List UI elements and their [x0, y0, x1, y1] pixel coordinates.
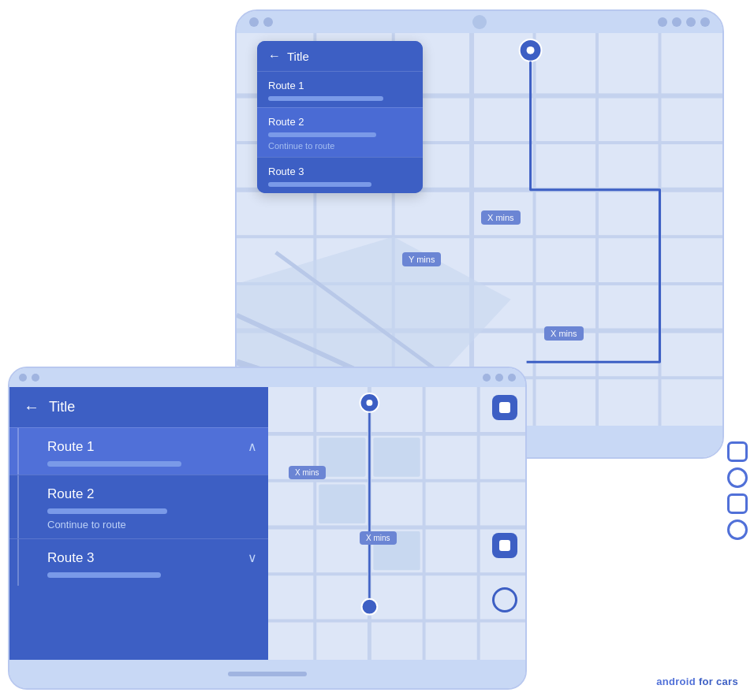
vertical-divider3 [17, 539, 19, 586]
status-dot-sm [32, 374, 39, 382]
vertical-divider [17, 428, 19, 475]
status-dot-sm [19, 374, 27, 382]
status-dot [658, 17, 667, 27]
stop-button-top[interactable] [492, 395, 517, 420]
watermark-prefix: android [656, 676, 699, 687]
camera-dot [472, 15, 487, 29]
route-3-title-small: Route 3 [47, 550, 254, 566]
stop-icon [499, 402, 510, 413]
route-2-bar-large [268, 132, 376, 137]
side-controls-right [727, 441, 748, 540]
svg-rect-21 [268, 387, 525, 660]
map-svg-small [268, 387, 525, 660]
stop-icon-mid [499, 540, 510, 551]
route-item-2-small[interactable]: Route 2 Continue to route [9, 475, 268, 538]
route-1-title-small: Route 1 [47, 439, 254, 455]
nav-bar-small [9, 660, 525, 688]
status-dot [700, 17, 710, 27]
chevron-up-icon[interactable]: ∧ [248, 439, 257, 454]
svg-point-36 [366, 400, 372, 406]
phone-small: ← Title ∧ Route 1 Route 2 Continue to ro… [8, 367, 527, 690]
side-ctrl-circle2[interactable] [727, 519, 748, 540]
status-dots-right [598, 17, 710, 27]
status-bar-large [237, 11, 722, 33]
route-item-1-small[interactable]: ∧ Route 1 [9, 427, 268, 475]
map-label-small-2: X mins [360, 531, 397, 545]
route-1-bar-small [47, 461, 181, 467]
status-dots-left-small [19, 374, 265, 382]
map-label-x1: X mins [481, 210, 521, 225]
continue-text-small: Continue to route [47, 519, 254, 531]
circle-button-bottom[interactable] [492, 587, 517, 612]
status-dot-sm [495, 374, 503, 382]
route-item-1-large[interactable]: Route 1 [257, 71, 423, 107]
left-panel-header: ← Title [9, 387, 268, 427]
svg-point-19 [527, 47, 535, 54]
chevron-down-icon[interactable]: ∨ [248, 550, 257, 565]
route-item-3-small[interactable]: ∨ Route 3 [9, 538, 268, 586]
right-map-small: X mins X mins [268, 387, 525, 660]
route-3-label-large: Route 3 [268, 166, 412, 177]
status-dots-right-small [270, 374, 516, 382]
route-2-title-small: Route 2 [47, 486, 254, 502]
route-item-2-large[interactable]: Route 2 Continue to route [257, 107, 423, 157]
status-bar-small [9, 368, 525, 387]
svg-point-37 [362, 599, 378, 615]
watermark-bold: for cars [699, 676, 738, 687]
route-2-bar-small [47, 508, 167, 514]
panel-title-large: Title [287, 50, 309, 63]
watermark: android for cars [656, 676, 738, 687]
route-1-label-large: Route 1 [268, 80, 412, 91]
side-ctrl-square1[interactable] [727, 441, 748, 462]
route-item-3-large[interactable]: Route 3 [257, 157, 423, 193]
vertical-divider2 [17, 475, 19, 538]
panel-title-small: Title [49, 399, 75, 415]
status-dots-left [249, 17, 361, 27]
left-panel-small: ← Title ∧ Route 1 Route 2 Continue to ro… [9, 387, 268, 660]
map-label-small-1: X mins [289, 466, 326, 479]
route-2-label-large: Route 2 [268, 116, 412, 128]
status-dot-sm [508, 374, 516, 382]
route-3-bar-large [268, 182, 371, 187]
stop-button-mid[interactable] [492, 533, 517, 558]
back-arrow-icon-small[interactable]: ← [24, 398, 39, 416]
route-panel-large: ← Title Route 1 Route 2 Continue to rout… [257, 41, 423, 193]
side-ctrl-square2[interactable] [727, 493, 748, 514]
status-dot [672, 17, 681, 27]
map-label-y: Y mins [402, 252, 441, 266]
side-ctrl-circle1[interactable] [727, 467, 748, 488]
status-dot [249, 17, 259, 27]
status-dot [263, 17, 273, 27]
nav-pill-small [228, 672, 307, 676]
status-dot [686, 17, 696, 27]
svg-rect-33 [319, 485, 365, 523]
status-dots-center [368, 15, 592, 29]
panel-header-large: ← Title [257, 41, 423, 71]
svg-rect-32 [373, 438, 420, 476]
route-3-bar-small [47, 572, 161, 578]
status-dot-sm [483, 374, 491, 382]
svg-rect-31 [319, 438, 365, 476]
continue-route-large: Continue to route [268, 141, 412, 151]
route-1-bar-large [268, 96, 383, 101]
back-arrow-icon[interactable]: ← [268, 49, 281, 63]
map-label-x2: X mins [544, 326, 584, 341]
